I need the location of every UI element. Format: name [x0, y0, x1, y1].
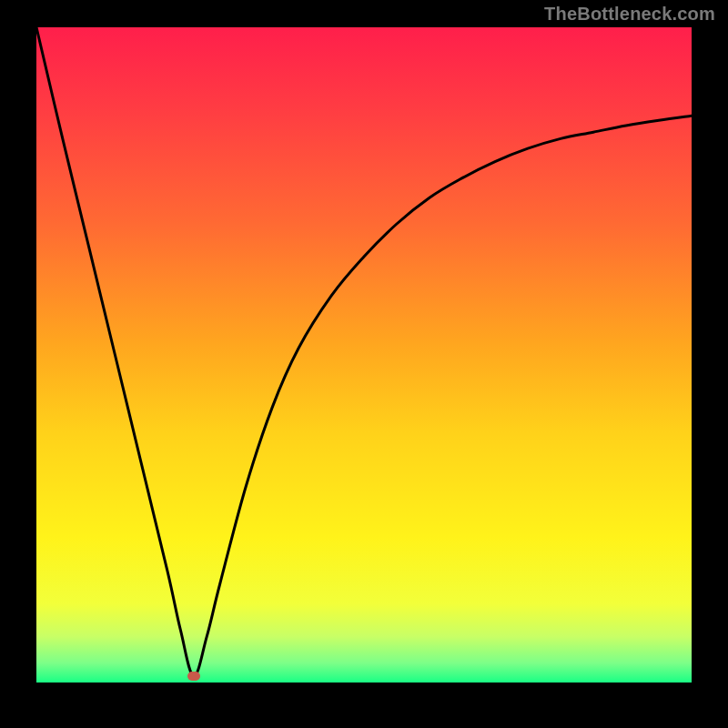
plot-area: [36, 27, 692, 682]
optimum-marker: [187, 672, 200, 681]
bottleneck-curve: [36, 27, 692, 682]
attribution-label: TheBottleneck.com: [544, 4, 715, 25]
chart-container: TheBottleneck.com: [0, 0, 728, 728]
